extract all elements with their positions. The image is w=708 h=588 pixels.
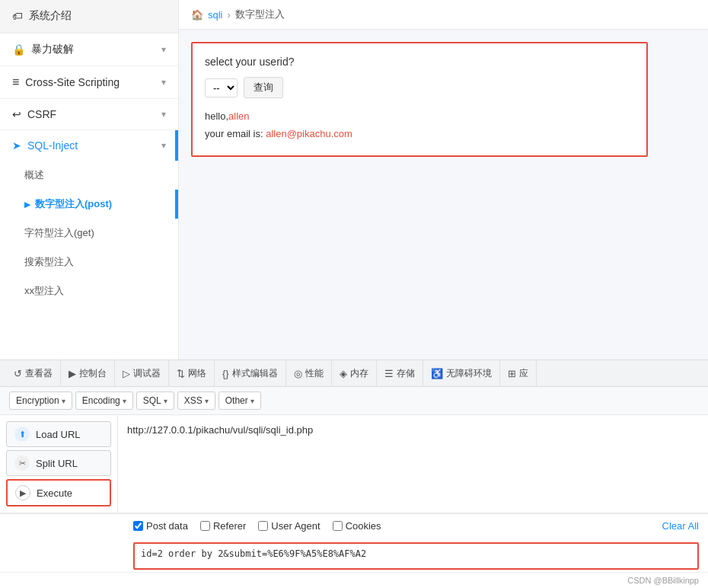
- demo-title: select your userid?: [205, 56, 634, 68]
- content-area: select your userid? -- 1 2 3 查询 hello,al…: [179, 30, 708, 169]
- split-url-icon: ✂: [14, 455, 30, 471]
- load-url-label: Load URL: [36, 429, 81, 440]
- breadcrumb-current: 数字型注入: [235, 8, 285, 21]
- top-section: 🏷 系统介绍 🔒 暴力破解 ▾ ≡ Cross-Site Scripting ▾…: [0, 0, 708, 360]
- select-row: -- 1 2 3 查询: [205, 77, 634, 98]
- debugger-icon: ▷: [123, 368, 130, 379]
- devtools-tab-style-editor[interactable]: {} 样式编辑器: [215, 360, 286, 386]
- submenu-item-search[interactable]: 搜索型注入: [0, 248, 178, 276]
- devtools-tab-performance[interactable]: ◎ 性能: [286, 360, 332, 386]
- devtools-tab-memory[interactable]: ◈ 内存: [332, 360, 377, 386]
- app-container: 🏷 系统介绍 🔒 暴力破解 ▾ ≡ Cross-Site Scripting ▾…: [0, 0, 708, 588]
- submenu-item-xx[interactable]: xx型注入: [0, 276, 178, 305]
- home-icon: 🏠: [191, 9, 203, 21]
- url-display: [118, 415, 708, 513]
- memory-icon: ◈: [340, 368, 347, 379]
- execute-icon: ▶: [15, 485, 30, 500]
- submenu-item-string-get[interactable]: 字符型注入(get): [0, 219, 178, 248]
- result-line1: hello,allen: [205, 107, 634, 125]
- left-actions: ⬆ Load URL ✂ Split URL ▶ Execute: [0, 415, 118, 513]
- lock-icon: 🔒: [12, 43, 25, 56]
- post-data-checkbox-label[interactable]: Post data: [133, 520, 188, 532]
- submenu-label-overview: 概述: [24, 168, 44, 182]
- sidebar-label-bruteforce: 暴力破解: [31, 43, 74, 56]
- xss-label: XSS: [184, 395, 203, 406]
- devtools-tab-debugger-label: 调试器: [133, 367, 161, 380]
- chevron-down-icon-xss: ▾: [161, 77, 166, 88]
- sidebar-item-sysintro[interactable]: 🏷 系统介绍: [0, 0, 178, 33]
- result-line2: your email is: allen@pikachu.com: [205, 125, 634, 142]
- xss-dropdown[interactable]: XSS ▾: [177, 391, 215, 410]
- chevron-down-icon-csrf: ▾: [161, 109, 166, 120]
- xss-arrow-icon: ▾: [205, 397, 209, 405]
- split-url-label: Split URL: [36, 458, 78, 469]
- query-button[interactable]: 查询: [244, 77, 283, 98]
- devtools-tab-memory-label: 内存: [350, 367, 368, 380]
- devtools-tab-performance-label: 性能: [305, 367, 324, 380]
- cookies-checkbox-label[interactable]: Cookies: [333, 520, 381, 532]
- submenu-label-xx: xx型注入: [24, 284, 64, 298]
- xss-icon: ≡: [12, 75, 19, 89]
- style-editor-icon: {}: [222, 368, 229, 379]
- devtools-tab-accessibility[interactable]: ♿ 无障碍环境: [423, 360, 500, 386]
- devtools-tab-apps-label: 应: [519, 367, 528, 380]
- encryption-dropdown[interactable]: Encryption ▾: [9, 391, 72, 410]
- devtools-tab-apps[interactable]: ⊞ 应: [500, 360, 537, 386]
- submenu-item-overview[interactable]: 概述: [0, 161, 178, 190]
- sidebar: 🏷 系统介绍 🔒 暴力破解 ▾ ≡ Cross-Site Scripting ▾…: [0, 0, 179, 360]
- referer-checkbox[interactable]: [200, 521, 210, 531]
- sidebar-item-xss[interactable]: ≡ Cross-Site Scripting ▾: [0, 66, 178, 98]
- submenu-item-numeric-post[interactable]: ▶ 数字型注入(post): [0, 190, 178, 219]
- devtools-tab-accessibility-label: 无障碍环境: [446, 367, 492, 380]
- sidebar-item-csrf[interactable]: ↩ CSRF ▾: [0, 98, 178, 129]
- main-content: 🏠 sqli › 数字型注入 select your userid? -- 1 …: [179, 0, 708, 360]
- load-url-button[interactable]: ⬆ Load URL: [6, 421, 111, 447]
- user-agent-checkbox[interactable]: [258, 521, 268, 531]
- chevron-down-icon: ▾: [161, 44, 166, 55]
- execute-button[interactable]: ▶ Execute: [6, 479, 111, 507]
- cookies-label: Cookies: [346, 520, 381, 532]
- userid-select[interactable]: -- 1 2 3: [205, 78, 238, 97]
- devtools-tab-network[interactable]: ⇅ 网络: [169, 360, 215, 386]
- post-data-checkbox[interactable]: [133, 521, 143, 531]
- clear-all-button[interactable]: Clear All: [662, 520, 699, 532]
- apps-icon: ⊞: [508, 368, 516, 379]
- inspector-icon: ↺: [14, 368, 22, 379]
- url-row: ⬆ Load URL ✂ Split URL ▶ Execute: [0, 415, 708, 513]
- cookies-checkbox[interactable]: [333, 521, 343, 531]
- sidebar-label-sqlinject: SQL-Inject: [27, 139, 78, 152]
- load-url-icon: ⬆: [14, 427, 30, 442]
- devtools-tab-debugger[interactable]: ▷ 调试器: [115, 360, 169, 386]
- footer: CSDN @BBillkinpp: [0, 572, 708, 588]
- active-sub-arrow: ▶: [24, 200, 30, 209]
- demo-box: select your userid? -- 1 2 3 查询 hello,al…: [191, 42, 648, 157]
- post-data-input[interactable]: [133, 542, 699, 570]
- post-data-area: [0, 538, 708, 572]
- sidebar-item-sqlinject[interactable]: ➤ SQL-Inject ▾: [0, 129, 178, 161]
- sql-dropdown[interactable]: SQL ▾: [136, 391, 174, 410]
- split-url-button[interactable]: ✂ Split URL: [6, 450, 111, 476]
- devtools-tab-console[interactable]: ▶ 控制台: [61, 360, 115, 386]
- sidebar-label-sysintro: 系统介绍: [29, 9, 72, 23]
- devtools-tab-style-label: 样式编辑器: [232, 367, 278, 380]
- user-agent-label: User Agent: [271, 520, 320, 532]
- encryption-label: Encryption: [16, 395, 59, 406]
- tag-icon: 🏷: [12, 10, 23, 22]
- devtools-tab-storage[interactable]: ☰ 存储: [377, 360, 423, 386]
- encoding-dropdown[interactable]: Encoding ▾: [75, 391, 133, 410]
- active-indicator: [175, 130, 178, 161]
- performance-icon: ◎: [294, 368, 302, 379]
- sqlinject-submenu: 概述 ▶ 数字型注入(post) 字符型注入(get) 搜索型注入 xx型注入: [0, 161, 178, 305]
- devtools-tab-inspector[interactable]: ↺ 查看器: [6, 360, 61, 386]
- user-agent-checkbox-label[interactable]: User Agent: [258, 520, 320, 532]
- url-input[interactable]: [127, 421, 699, 439]
- breadcrumb-link-sqli[interactable]: sqli: [208, 9, 223, 21]
- result-email: allen@pikachu.com: [266, 128, 352, 139]
- breadcrumb: 🏠 sqli › 数字型注入: [179, 0, 708, 30]
- other-arrow-icon: ▾: [250, 397, 254, 405]
- other-dropdown[interactable]: Other ▾: [218, 391, 261, 410]
- encoding-label: Encoding: [82, 395, 120, 406]
- referer-checkbox-label[interactable]: Referer: [200, 520, 246, 532]
- sidebar-item-bruteforce[interactable]: 🔒 暴力破解 ▾: [0, 33, 178, 66]
- bottom-panel: Encryption ▾ Encoding ▾ SQL ▾ XSS ▾ Othe…: [0, 387, 708, 588]
